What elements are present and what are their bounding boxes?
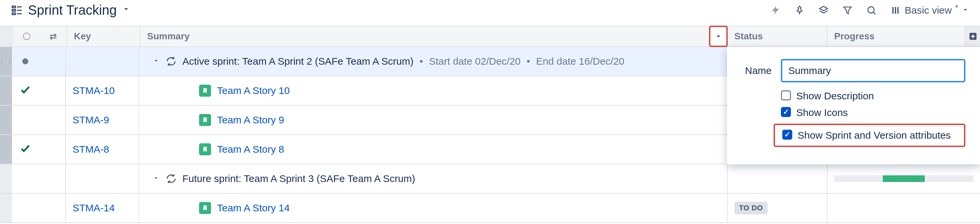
- layers-icon[interactable]: [818, 4, 829, 16]
- issue-key-link[interactable]: STMA-10: [73, 85, 115, 96]
- cell-links: [39, 135, 65, 164]
- column-drag-handle: [0, 26, 13, 46]
- cell-links: [39, 76, 65, 105]
- issue-key-link[interactable]: STMA-8: [73, 144, 109, 155]
- svg-line-9: [873, 12, 875, 14]
- show-description-option[interactable]: Show Description: [742, 90, 966, 102]
- check-icon: [20, 142, 31, 156]
- view-name: Basic view: [905, 5, 952, 16]
- checkbox[interactable]: [782, 130, 792, 140]
- cell-summary: Team A Story 9: [138, 106, 727, 134]
- story-icon: [199, 85, 211, 97]
- row-drag-handle[interactable]: [0, 194, 12, 222]
- column-summary[interactable]: Summary: [140, 26, 727, 46]
- page-title-group[interactable]: Sprint Tracking: [11, 3, 131, 18]
- columns-icon: [889, 4, 902, 16]
- sprint-end-date: End date 16/Dec/20: [536, 56, 624, 67]
- sprint-bullet: •: [527, 56, 530, 67]
- svg-rect-2: [12, 13, 16, 14]
- option-label: Show Sprint and Version attributes: [797, 130, 951, 141]
- popover-name-row: Name: [742, 59, 966, 82]
- issue-summary-link[interactable]: Team A Story 8: [217, 144, 284, 155]
- cell-key: STMA-14: [65, 194, 138, 222]
- row-drag-handle[interactable]: [0, 106, 12, 134]
- column-name-input[interactable]: [781, 59, 966, 82]
- column-summary-menu-trigger[interactable]: [709, 26, 728, 47]
- issue-summary-link[interactable]: Team A Story 10: [217, 85, 290, 96]
- circle-icon: [23, 33, 30, 40]
- link-arrows-icon: ⇄: [49, 31, 57, 42]
- cell-summary: Team A Story 14: [138, 194, 727, 222]
- collapse-toggle[interactable]: [153, 173, 160, 184]
- cell-links: [39, 194, 65, 222]
- story-icon: [199, 143, 211, 155]
- row-drag-handle[interactable]: [0, 76, 12, 105]
- show-sprint-attrs-option[interactable]: Show Sprint and Version attributes: [774, 124, 966, 147]
- search-icon[interactable]: [865, 4, 877, 16]
- cell-summary: Team A Story 8: [138, 135, 727, 164]
- sprint-icon: [166, 173, 177, 184]
- progress-bar: [834, 175, 973, 182]
- row-drag-handle[interactable]: [0, 135, 12, 164]
- drag-dots-icon: ⋮⋮: [0, 57, 14, 66]
- cell-links: [39, 47, 65, 76]
- story-icon: [199, 202, 211, 214]
- sprint-bullet: •: [419, 56, 423, 67]
- column-links[interactable]: ⇄: [40, 26, 67, 46]
- cell-status[interactable]: TO DO: [727, 194, 827, 222]
- pin-icon[interactable]: [794, 4, 806, 16]
- checkbox[interactable]: [781, 107, 791, 117]
- cell-status: [727, 164, 827, 193]
- cell-key: [65, 47, 138, 76]
- issue-summary-link[interactable]: Team A Story 14: [217, 202, 290, 214]
- table-row[interactable]: STMA-14 Team A Story 14 TO DO: [0, 194, 980, 223]
- sprint-start-date: Start date 02/Dec/20: [429, 56, 520, 67]
- filter-icon[interactable]: [842, 4, 854, 16]
- check-icon: [20, 84, 31, 98]
- add-column-button[interactable]: [965, 26, 980, 46]
- issue-key-link[interactable]: STMA-14: [73, 202, 115, 214]
- cell-done: [12, 194, 39, 222]
- view-switcher[interactable]: Basic view*: [889, 4, 969, 16]
- column-key[interactable]: Key: [67, 26, 140, 46]
- column-status[interactable]: Status: [727, 26, 827, 46]
- issue-summary-link[interactable]: Team A Story 9: [217, 114, 284, 126]
- cell-key: [65, 164, 138, 193]
- cell-done: [12, 47, 39, 76]
- cell-summary: Team A Story 10: [138, 76, 727, 105]
- view-modified-star: *: [955, 3, 958, 12]
- svg-marker-7: [843, 7, 851, 14]
- cell-summary: Future sprint: Team A Sprint 3 (SAFe Tea…: [138, 164, 727, 193]
- cell-done: [12, 76, 39, 105]
- chevron-down-icon: [961, 5, 969, 16]
- cell-progress: [827, 164, 980, 193]
- issue-key-link[interactable]: STMA-9: [73, 114, 109, 126]
- cell-key: STMA-8: [65, 135, 138, 164]
- sprint-label: Active sprint: Team A Sprint 2 (SAFe Tea…: [183, 56, 414, 67]
- column-progress[interactable]: Progress: [827, 26, 980, 46]
- story-icon: [199, 114, 211, 126]
- grid-header: ⇄ Key Summary Status Progress: [0, 26, 980, 47]
- column-progress-label: Progress: [834, 31, 875, 42]
- show-icons-option[interactable]: Show Icons: [742, 107, 966, 118]
- top-bar: Sprint Tracking: [0, 0, 980, 26]
- cell-done: [12, 135, 39, 164]
- checkbox[interactable]: [781, 90, 791, 100]
- cell-progress: [827, 194, 980, 222]
- column-key-label: Key: [74, 31, 91, 42]
- option-label: Show Icons: [796, 107, 848, 118]
- row-drag-handle[interactable]: ⋮⋮: [0, 47, 12, 76]
- column-done[interactable]: [13, 26, 40, 46]
- collapse-toggle[interactable]: [153, 56, 160, 67]
- structure-icon: [11, 4, 23, 17]
- svg-rect-1: [12, 9, 16, 11]
- column-status-label: Status: [734, 31, 763, 42]
- page-title: Sprint Tracking: [28, 3, 117, 18]
- column-summary-label: Summary: [147, 31, 190, 42]
- sprint-group-row[interactable]: Future sprint: Team A Sprint 3 (SAFe Tea…: [0, 164, 980, 194]
- cell-links: [39, 106, 65, 134]
- automation-icon[interactable]: [770, 4, 781, 16]
- popover-name-label: Name: [742, 65, 772, 76]
- toolbar: Basic view*: [770, 4, 969, 16]
- row-drag-handle[interactable]: [0, 164, 12, 193]
